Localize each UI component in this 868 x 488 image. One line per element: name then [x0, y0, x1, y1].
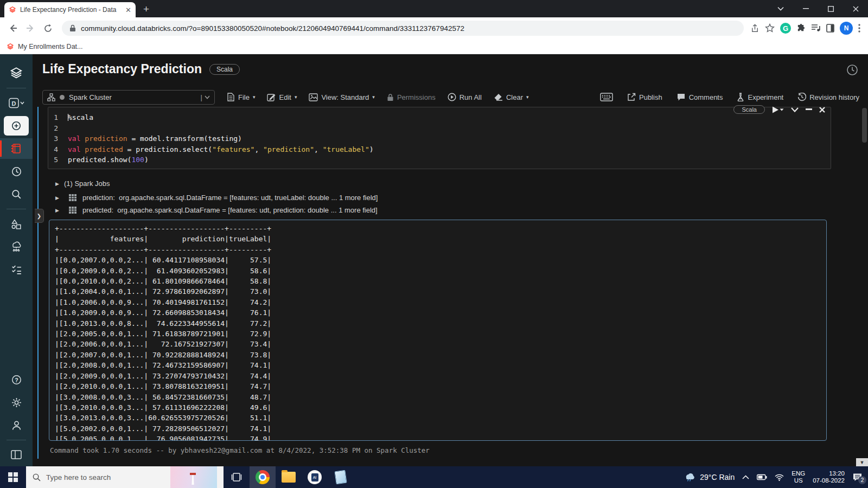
cell-controls: Scala	[733, 105, 825, 114]
permissions-menu[interactable]: Permissions	[387, 93, 436, 101]
cluster-name: Spark Cluster	[69, 93, 112, 101]
windows-taskbar: Type here to search AI 29°C Rain ENG US …	[0, 466, 868, 488]
taskbar-search-box[interactable]: Type here to search	[26, 466, 224, 488]
view-icon	[309, 93, 318, 101]
taskbar-file-explorer-icon[interactable]	[276, 466, 302, 488]
playlist-extension-icon[interactable]	[811, 24, 821, 33]
sidebar-item-compute[interactable]	[0, 236, 33, 257]
notebook-scrollbar[interactable]	[861, 107, 867, 466]
sidebar-item-settings[interactable]	[0, 392, 33, 413]
cell-language-badge[interactable]: Scala	[733, 105, 765, 114]
sidebar-item-workflows[interactable]	[0, 259, 33, 280]
task-view-button[interactable]	[224, 466, 250, 488]
tray-wifi-icon[interactable]	[775, 474, 784, 481]
sidebar-item-data[interactable]	[0, 214, 33, 234]
maximize-button[interactable]	[818, 0, 843, 17]
sidebar-divider	[7, 88, 26, 88]
sidebar-item-notebook-active[interactable]	[0, 138, 33, 159]
comments-icon	[676, 93, 686, 101]
databricks-logo-icon[interactable]	[0, 63, 33, 84]
ascii-table: +--------------------+------------------…	[55, 223, 826, 441]
taskbar-app-icon[interactable]: AI	[302, 466, 328, 488]
experiment-button[interactable]: Experiment	[737, 93, 783, 101]
cluster-dropdown[interactable]: |	[201, 93, 210, 101]
code-line[interactable]: 4val predicted = prediction.select("feat…	[48, 144, 831, 155]
language-indicator[interactable]: ENG US	[792, 470, 805, 484]
address-bar[interactable]: community.cloud.databricks.com/?o=890153…	[62, 21, 744, 36]
clear-menu[interactable]: Clear▾	[494, 93, 529, 101]
cell-collapse-icon[interactable]	[791, 107, 799, 112]
file-menu[interactable]: File▾	[227, 93, 255, 101]
cell-close-icon[interactable]	[819, 107, 825, 113]
sidebar-item-create[interactable]	[0, 115, 33, 136]
extensions-puzzle-icon[interactable]	[796, 24, 806, 33]
dataframe-result-row[interactable]: ▶ predicted: org.apache.spark.sql.DataFr…	[55, 206, 378, 214]
tab-search-icon[interactable]	[768, 0, 793, 17]
tab-close-icon[interactable]: ✕	[125, 7, 131, 14]
sidebar-item-recents[interactable]	[0, 161, 33, 182]
cell-selection-indicator	[37, 107, 39, 459]
share-icon[interactable]	[750, 24, 760, 33]
code-line[interactable]: 1%scala	[48, 112, 831, 123]
databricks-favicon	[9, 6, 16, 14]
spark-jobs-expander[interactable]: ▶ (1) Spark Jobs	[55, 179, 110, 188]
scrollbar-down-arrow[interactable]: ▼	[856, 458, 868, 466]
sidebar-item-workspace-switcher[interactable]: D	[0, 93, 33, 113]
code-line[interactable]: 2	[48, 123, 831, 134]
expander-triangle-icon: ▶	[55, 195, 59, 201]
taskbar-chrome-icon[interactable]	[250, 466, 276, 488]
browser-tab[interactable]: Life Expectancy Prediction - Data ✕	[4, 2, 136, 17]
panel-expand-button[interactable]: ❯	[35, 209, 44, 223]
comments-button[interactable]: Comments	[676, 93, 723, 101]
expander-triangle-icon: ▶	[55, 181, 59, 187]
cell-run-icon[interactable]	[772, 106, 784, 113]
forward-icon[interactable]	[23, 21, 38, 36]
notebook-main: Life Expectancy Prediction Scala Spark C…	[33, 54, 868, 466]
start-button[interactable]	[0, 466, 26, 488]
bookmark-star-icon[interactable]	[765, 23, 775, 33]
result-output-box[interactable]: +--------------------+------------------…	[49, 220, 827, 441]
sidebar-item-search[interactable]	[0, 184, 33, 204]
new-tab-button[interactable]: +	[143, 3, 149, 15]
sidebar-extension-icon[interactable]	[826, 24, 834, 33]
clock-date[interactable]: 13:20 07-08-2022	[813, 470, 845, 484]
svg-text:?: ?	[15, 376, 18, 383]
taskbar-notepad-icon[interactable]	[328, 466, 354, 488]
sidebar-item-account[interactable]	[0, 415, 33, 435]
cell-minimize-icon[interactable]	[806, 108, 812, 111]
action-center-button[interactable]: 2	[852, 473, 863, 482]
scrollbar-thumb[interactable]	[862, 108, 867, 143]
reload-icon[interactable]	[40, 21, 55, 36]
revision-history-button[interactable]: Revision history	[797, 93, 859, 101]
code-editor[interactable]: 1%scala2 3val prediction = model.transfo…	[48, 112, 831, 165]
code-line[interactable]: 3val prediction = model.transform(testin…	[48, 133, 831, 144]
edit-menu[interactable]: Edit▾	[267, 93, 297, 101]
svg-text:D: D	[12, 100, 16, 107]
dataframe-result-row[interactable]: ▶ prediction: org.apache.spark.sql.DataF…	[55, 194, 378, 202]
close-button[interactable]	[843, 0, 868, 17]
tray-battery-icon[interactable]	[757, 474, 767, 480]
publish-button[interactable]: Publish	[627, 93, 662, 101]
sidebar-item-help[interactable]: ?	[0, 369, 33, 390]
experiment-flask-icon	[737, 93, 744, 101]
code-cell[interactable]: Scala 1%scala2 3val prediction = model.t…	[48, 107, 831, 169]
back-icon[interactable]	[5, 21, 21, 36]
shortcuts-keyboard-icon[interactable]	[600, 93, 613, 101]
notebook-language-badge[interactable]: Scala	[209, 64, 240, 75]
schedule-clock-icon[interactable]	[846, 64, 858, 76]
sidebar-collapse-panel-icon[interactable]	[0, 445, 33, 465]
minimize-button[interactable]	[793, 0, 818, 17]
bookmark-item[interactable]: My Enrollments Dat...	[18, 43, 82, 50]
grammarly-extension-icon[interactable]: G	[780, 23, 791, 34]
profile-avatar[interactable]: N	[840, 22, 853, 35]
run-all-icon	[448, 93, 456, 101]
taskbar-weather[interactable]: 29°C Rain	[684, 472, 735, 482]
window-controls	[768, 0, 868, 17]
notebook-title[interactable]: Life Expectancy Prediction	[42, 62, 202, 76]
cluster-selector[interactable]: Spark Cluster |	[42, 90, 215, 105]
view-menu[interactable]: View: Standard▾	[309, 93, 374, 101]
run-all-button[interactable]: Run All	[448, 93, 482, 101]
browser-menu-kebab-icon[interactable]	[858, 24, 860, 33]
code-line[interactable]: 5predicted.show(100)	[48, 155, 831, 165]
tray-chevron-up-icon[interactable]	[742, 475, 749, 479]
